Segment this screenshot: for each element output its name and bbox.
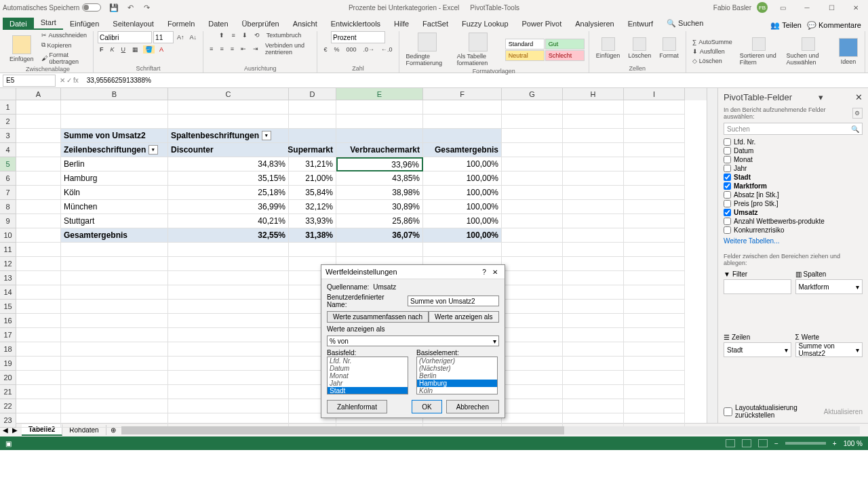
cell[interactable]: [289, 115, 336, 129]
field-search-input[interactable]: Suchen🔍: [724, 123, 863, 135]
cell[interactable]: [563, 314, 624, 328]
cell[interactable]: [289, 129, 336, 143]
field-item[interactable]: Anzahl Wettbewerbs-produkte: [724, 217, 863, 226]
cell[interactable]: [563, 257, 624, 271]
ribbon-collapse-icon[interactable]: ▭: [773, 2, 792, 13]
tab-file[interactable]: Datei: [3, 18, 34, 30]
cell[interactable]: [563, 186, 624, 200]
wrap-button[interactable]: Textumbruch: [264, 31, 304, 39]
cell[interactable]: [563, 300, 624, 314]
row-header[interactable]: 15: [0, 300, 16, 314]
cell[interactable]: [16, 385, 61, 399]
tab-factset[interactable]: FactSet: [416, 18, 455, 30]
align-left-icon[interactable]: ≡: [208, 41, 215, 56]
tab-start[interactable]: Start: [34, 16, 63, 30]
cell[interactable]: 25,86%: [336, 214, 423, 228]
cell[interactable]: [502, 100, 563, 115]
undo-icon[interactable]: ↶: [125, 3, 135, 12]
cell[interactable]: [61, 342, 168, 357]
cell[interactable]: [624, 129, 685, 143]
cell[interactable]: 35,84%: [289, 186, 336, 200]
cell[interactable]: Gesamtergebnis: [423, 143, 502, 157]
cell[interactable]: [563, 385, 624, 399]
cell[interactable]: [16, 214, 61, 228]
merge-button[interactable]: Verbinden und zentrieren: [263, 41, 313, 56]
view-pagebreak-icon[interactable]: [758, 439, 768, 447]
cell[interactable]: [16, 342, 61, 357]
cell[interactable]: 35,15%: [168, 171, 289, 186]
dialog-tab-showas[interactable]: Werte anzeigen als: [429, 311, 498, 322]
cell[interactable]: [16, 257, 61, 271]
row-header[interactable]: 13: [0, 271, 16, 285]
cell[interactable]: 100,00%: [423, 228, 502, 243]
col-header-d[interactable]: D: [289, 88, 336, 100]
number-format-select[interactable]: [331, 31, 385, 43]
cell[interactable]: 38,98%: [336, 186, 423, 200]
cell[interactable]: [61, 399, 168, 413]
cell[interactable]: Discounter: [168, 143, 289, 157]
thousands-icon[interactable]: 000: [344, 45, 359, 54]
tab-ansicht[interactable]: Ansicht: [286, 18, 324, 30]
row-header[interactable]: 19: [0, 357, 16, 371]
cell[interactable]: [16, 157, 61, 171]
cell[interactable]: [289, 243, 336, 257]
cell[interactable]: 30,89%: [336, 200, 423, 214]
list-item[interactable]: Berlin: [417, 372, 497, 380]
bold-button[interactable]: F: [98, 45, 106, 54]
field-item[interactable]: Absatz [in Stk.]: [724, 190, 863, 199]
cell[interactable]: [168, 243, 289, 257]
cell[interactable]: [502, 186, 563, 200]
cell[interactable]: 100,00%: [423, 171, 502, 186]
cell[interactable]: [624, 228, 685, 243]
close-icon[interactable]: ✕: [846, 2, 865, 13]
list-item[interactable]: (Nächster): [417, 365, 497, 372]
formatpainter-button[interactable]: 🖌 Format übertragen: [39, 51, 90, 66]
cell[interactable]: [624, 243, 685, 257]
cell[interactable]: [16, 285, 61, 300]
fill-color-button[interactable]: 🪣: [143, 45, 155, 54]
font-shrink-icon[interactable]: A↓: [188, 31, 199, 43]
cell[interactable]: [16, 300, 61, 314]
dialog-close-icon[interactable]: ✕: [490, 268, 500, 276]
cell[interactable]: [168, 257, 289, 271]
clear-button[interactable]: ◇ Löschen: [690, 57, 734, 65]
row-header[interactable]: 3: [0, 129, 16, 143]
autosave-toggle[interactable]: Automatisches Speichern: [3, 3, 101, 12]
list-item[interactable]: Jahr: [328, 380, 408, 387]
col-header-c[interactable]: C: [168, 88, 289, 100]
row-header[interactable]: 17: [0, 328, 16, 342]
list-item[interactable]: Köln: [417, 387, 497, 394]
more-tables-link[interactable]: Weitere Tabellen...: [724, 237, 863, 245]
show-values-as-select[interactable]: % von▾: [327, 336, 499, 346]
tab-analysieren[interactable]: Analysieren: [568, 18, 620, 30]
panel-dropdown-icon[interactable]: ▾: [818, 92, 823, 102]
cell[interactable]: Supermarkt: [289, 143, 336, 157]
cell[interactable]: München: [61, 200, 168, 214]
cell[interactable]: [168, 328, 289, 342]
cell[interactable]: [502, 171, 563, 186]
underline-button[interactable]: U: [119, 45, 128, 54]
cell[interactable]: Berlin: [61, 157, 168, 171]
cell[interactable]: [61, 271, 168, 285]
style-gut[interactable]: Gut: [545, 39, 585, 49]
cell[interactable]: Summe von Umsatz2: [61, 129, 168, 143]
cell[interactable]: 100,00%: [423, 214, 502, 228]
cell[interactable]: 32,12%: [289, 200, 336, 214]
formula-input[interactable]: 33,9556625913388%: [83, 77, 868, 84]
cell[interactable]: [336, 129, 423, 143]
font-color-button[interactable]: A: [157, 45, 165, 54]
cell[interactable]: [502, 328, 563, 342]
sort-filter-button[interactable]: Sortieren und Filtern: [737, 36, 781, 67]
tab-einfuegen[interactable]: Einfügen: [63, 18, 106, 30]
insert-cells-button[interactable]: Einfügen: [593, 36, 623, 60]
field-item[interactable]: Lfd. Nr.: [724, 138, 863, 146]
cell[interactable]: Stuttgart: [61, 214, 168, 228]
cell[interactable]: [624, 314, 685, 328]
list-item[interactable]: Datum: [328, 365, 408, 372]
cell[interactable]: [16, 171, 61, 186]
cell[interactable]: [563, 357, 624, 371]
cell[interactable]: [502, 243, 563, 257]
cell[interactable]: [16, 357, 61, 371]
cell[interactable]: [16, 100, 61, 115]
row-header[interactable]: 22: [0, 399, 16, 413]
